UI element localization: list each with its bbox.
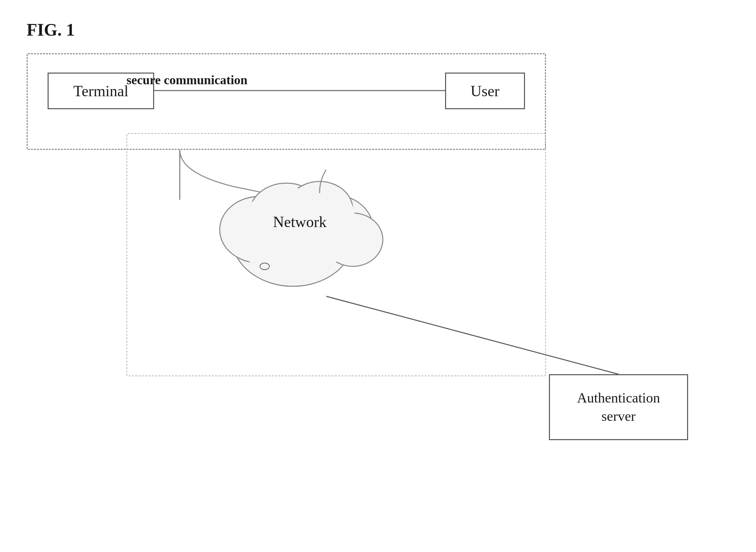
terminal-label: Terminal: [73, 82, 128, 100]
auth-server-label: Authentication server: [577, 389, 660, 425]
network-label: Network: [273, 213, 327, 231]
auth-server-box: Authentication server: [549, 374, 688, 440]
user-box: User: [445, 73, 525, 109]
secure-communication-label: secure communication: [127, 73, 247, 87]
user-label: User: [471, 82, 500, 100]
network-dashed-container: [127, 133, 546, 376]
auth-server-line2: server: [577, 407, 660, 425]
auth-server-line1: Authentication: [577, 389, 660, 407]
figure-title: FIG. 1: [27, 20, 74, 40]
